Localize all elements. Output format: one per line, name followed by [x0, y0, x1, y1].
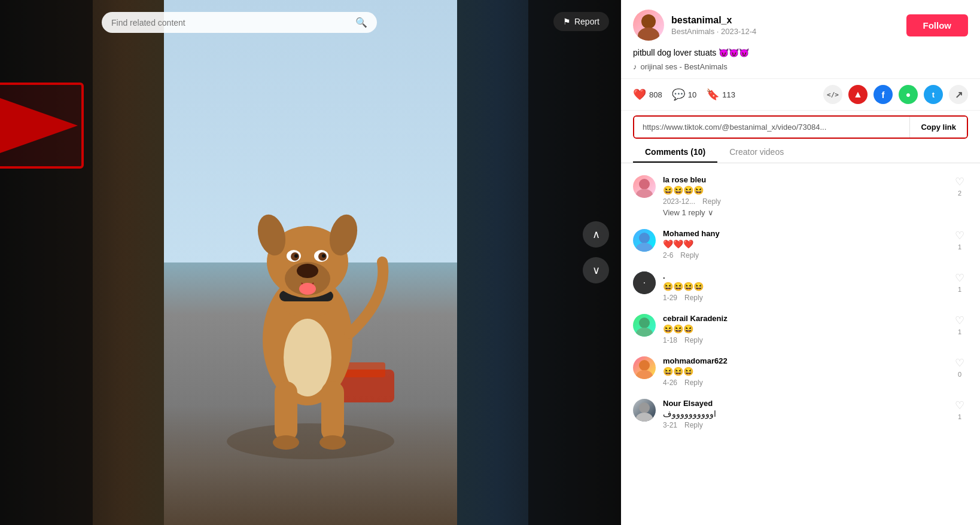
- comment-text: ❤️❤️❤️: [663, 239, 944, 249]
- comment-text: اووووووووووف: [663, 409, 944, 419]
- heart-icon[interactable]: ♡: [955, 399, 964, 412]
- facebook-share-icon[interactable]: f: [874, 85, 893, 104]
- comment-avatar: [633, 399, 656, 422]
- profile-text: bestanimal_x BestAnimals · 2023-12-4: [671, 15, 756, 36]
- more-share-icon[interactable]: ↗: [949, 85, 968, 104]
- comment-username: mohmadomar622: [663, 356, 944, 365]
- comment-avatar: [633, 314, 656, 337]
- reply-link[interactable]: Reply: [684, 294, 703, 302]
- comment-text: 😆😆😆: [663, 324, 944, 334]
- svg-point-22: [319, 435, 346, 450]
- svg-point-21: [273, 435, 299, 450]
- comment-like: ♡ 1: [951, 271, 968, 293]
- nav-up-button[interactable]: ∧: [583, 221, 609, 248]
- svg-point-34: [636, 328, 653, 337]
- comment-username: Mohamed hany: [663, 229, 944, 238]
- comments-area[interactable]: la rose bleu 😆😆😆😆 2023-12... Reply View …: [621, 163, 980, 525]
- search-input[interactable]: [111, 18, 351, 28]
- comment-like: ♡ 1: [951, 399, 968, 420]
- whatsapp-share-icon[interactable]: ●: [899, 85, 918, 104]
- reply-link[interactable]: Reply: [680, 251, 699, 260]
- heart-icon[interactable]: ♡: [955, 356, 964, 370]
- heart-icon[interactable]: ♡: [955, 271, 964, 285]
- reply-link[interactable]: Reply: [684, 336, 703, 344]
- video-frame[interactable]: [164, 0, 457, 525]
- nav-down-button[interactable]: ∨: [583, 257, 609, 283]
- comment-avatar: ·: [633, 271, 656, 294]
- likes-count: 808: [649, 90, 662, 99]
- comments-action[interactable]: 💬 10: [672, 88, 696, 101]
- reply-link[interactable]: Reply: [702, 197, 721, 206]
- comment-text: 😆😆😆: [663, 367, 944, 376]
- tabs: Comments (10) Creator videos: [621, 141, 980, 163]
- comment-username: la rose bleu: [663, 175, 944, 184]
- profile-row: bestanimal_x BestAnimals · 2023-12-4 Fol…: [633, 10, 968, 41]
- search-overlay: 🔍: [102, 12, 621, 33]
- reply-link[interactable]: Reply: [684, 379, 703, 387]
- comment-date: 1-18: [663, 336, 677, 344]
- embed-icon[interactable]: </>: [823, 85, 842, 104]
- right-blur: [528, 0, 621, 525]
- tab-creator-videos[interactable]: Creator videos: [717, 141, 796, 163]
- svg-point-9: [297, 264, 318, 278]
- tiktok-share-icon[interactable]: ▲: [848, 85, 868, 104]
- follow-button[interactable]: Follow: [906, 14, 969, 36]
- bookmarks-action[interactable]: 🔖 113: [706, 88, 735, 101]
- comment-item: mohmadomar622 😆😆😆 4-26 Reply ♡ 0: [621, 350, 980, 393]
- copy-link-button[interactable]: Copy link: [909, 117, 967, 138]
- svg-point-0: [227, 423, 394, 459]
- comment-icon: 💬: [672, 88, 685, 101]
- svg-point-27: [639, 179, 650, 190]
- svg-rect-2: [343, 362, 385, 377]
- comment-meta: 2023-12... Reply: [663, 197, 944, 206]
- comment-avatar: [633, 356, 656, 379]
- svg-rect-20: [321, 381, 344, 441]
- heart-icon[interactable]: ♡: [955, 229, 964, 242]
- report-button[interactable]: ⚑ Report: [553, 12, 609, 31]
- comment-like: ♡ 1: [951, 229, 968, 251]
- svg-point-25: [641, 14, 656, 29]
- left-blur: [0, 0, 93, 525]
- likes-action[interactable]: ❤️ 808: [633, 88, 662, 101]
- heart-icon[interactable]: ♡: [955, 175, 964, 188]
- like-count: 1: [958, 243, 961, 251]
- like-count: 2: [958, 190, 961, 197]
- heart-icon[interactable]: ♡: [955, 314, 964, 327]
- view-reply-button[interactable]: View 1 reply ∨: [663, 208, 944, 217]
- like-count: 1: [958, 286, 961, 293]
- reply-link[interactable]: Reply: [684, 421, 703, 429]
- music-line: ♪ orijinal ses - BestAnimals: [633, 62, 968, 71]
- comment-item: cebrail Karadeniz 😆😆😆 1-18 Reply ♡ 1: [621, 308, 980, 350]
- svg-point-10: [299, 283, 316, 295]
- chevron-down-icon: ∨: [708, 208, 714, 217]
- comment-item: · . 😆😆😆😆 1-29 Reply ♡ 1: [621, 265, 980, 308]
- comment-item: la rose bleu 😆😆😆😆 2023-12... Reply View …: [621, 169, 980, 223]
- comment-like: ♡ 0: [951, 356, 968, 378]
- tab-comments[interactable]: Comments (10): [633, 141, 717, 163]
- search-bar[interactable]: 🔍: [102, 12, 377, 33]
- profile-header: bestanimal_x BestAnimals · 2023-12-4 Fol…: [621, 0, 980, 79]
- twitter-share-icon[interactable]: t: [924, 85, 943, 104]
- bookmark-icon: 🔖: [706, 88, 719, 101]
- svg-point-33: [639, 318, 650, 328]
- search-icon: 🔍: [355, 17, 367, 28]
- comments-count: 10: [688, 90, 696, 99]
- link-url-input[interactable]: [634, 117, 909, 138]
- dog-image: [215, 130, 406, 477]
- comment-meta: 4-26 Reply: [663, 379, 944, 387]
- svg-point-28: [636, 189, 653, 198]
- comment-username: Nour Elsayed: [663, 399, 944, 408]
- like-count: 1: [958, 328, 961, 335]
- avatar: [633, 10, 664, 41]
- username: bestanimal_x: [671, 15, 756, 26]
- svg-point-37: [639, 402, 650, 413]
- comment-body: Nour Elsayed اووووووووووف 3-21 Reply: [663, 399, 944, 429]
- svg-point-36: [636, 370, 653, 379]
- svg-point-35: [639, 360, 650, 371]
- comment-text: 😆😆😆😆: [663, 282, 944, 291]
- comment-text: 😆😆😆😆: [663, 185, 944, 195]
- action-bar: ❤️ 808 💬 10 🔖 113 </> ▲ f ● t ↗: [621, 79, 980, 111]
- comment-meta: 1-18 Reply: [663, 336, 944, 344]
- svg-point-26: [638, 28, 659, 41]
- comment-like: ♡ 1: [951, 314, 968, 335]
